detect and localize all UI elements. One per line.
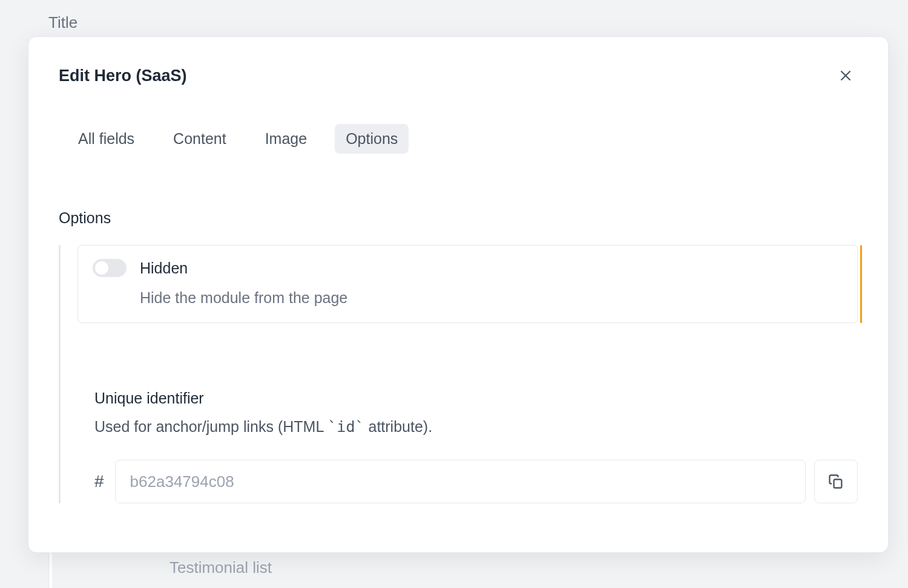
hidden-option-card: Hidden Hide the module from the page [77,245,858,323]
tab-image[interactable]: Image [254,124,318,154]
copy-icon [827,473,844,490]
hidden-toggle[interactable] [93,259,127,277]
hidden-option-row: Hidden [93,259,843,277]
copy-identifier-button[interactable] [814,460,858,503]
unique-identifier-section: Unique identifier Used for anchor/jump l… [94,390,858,503]
background-title-label: Title [48,13,77,32]
toggle-knob [95,261,108,275]
tab-content[interactable]: Content [162,124,237,154]
unique-identifier-input-row: # [94,460,858,503]
edit-module-modal: Edit Hero (SaaS) All fields Content Imag… [28,36,889,553]
uid-help-code: `id` [327,418,364,436]
background-list-item-label: Testimonial list [169,558,272,577]
uid-help-prefix: Used for anchor/jump links (HTML [94,418,327,435]
hash-prefix: # [94,472,107,491]
uid-help-suffix: attribute). [364,418,433,435]
option-accent-bar [860,245,862,323]
modal-header: Edit Hero (SaaS) [59,64,858,88]
modal-tabs: All fields Content Image Options [67,124,858,154]
unique-identifier-heading: Unique identifier [94,390,858,407]
options-fieldset: Hidden Hide the module from the page Uni… [59,245,858,503]
unique-identifier-input[interactable] [115,460,806,503]
close-icon [838,68,854,83]
tab-options[interactable]: Options [335,124,409,154]
section-heading-options: Options [59,209,858,227]
hidden-option-label: Hidden [140,260,188,277]
svg-rect-2 [834,480,842,488]
tab-all-fields[interactable]: All fields [67,124,145,154]
modal-title: Edit Hero (SaaS) [59,67,187,85]
unique-identifier-help: Used for anchor/jump links (HTML `id` at… [94,418,858,436]
close-button[interactable] [834,64,858,88]
hidden-option-help: Hide the module from the page [140,289,843,307]
